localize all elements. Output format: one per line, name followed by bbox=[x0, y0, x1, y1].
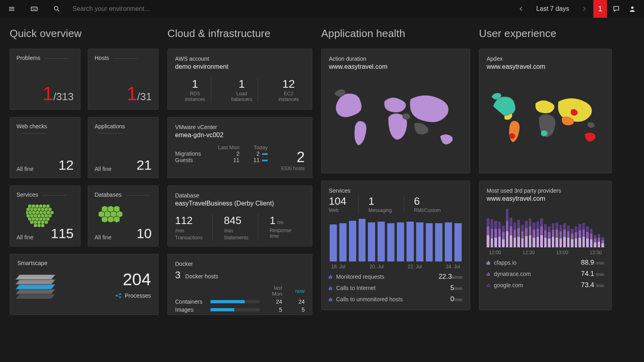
svg-point-15 bbox=[119, 293, 121, 295]
providers-bar-chart bbox=[487, 207, 604, 247]
svg-rect-19 bbox=[331, 276, 332, 279]
services-bar-chart bbox=[329, 217, 462, 261]
svg-rect-26 bbox=[487, 262, 487, 265]
svg-rect-23 bbox=[329, 299, 330, 301]
trend-bar-icon bbox=[262, 160, 268, 161]
tile-problems[interactable]: Problems 1/313 bbox=[10, 49, 80, 110]
section-title-overview: Quick overview bbox=[10, 27, 159, 40]
status-text: All fine bbox=[17, 166, 33, 172]
svg-marker-11 bbox=[102, 216, 107, 222]
tile-vmware[interactable]: VMware vCenter emea-gdn-vc002 Last MonTo… bbox=[167, 117, 312, 178]
bars-icon bbox=[329, 297, 333, 301]
svg-marker-4 bbox=[102, 206, 107, 212]
tile-label: Smartscape bbox=[17, 260, 47, 266]
tile-database[interactable]: Database easyTravelBusiness (Derby Clien… bbox=[167, 185, 312, 247]
user-icon bbox=[629, 5, 636, 12]
svg-rect-32 bbox=[487, 285, 487, 287]
tile-services[interactable]: Services All fine 115 bbox=[10, 185, 80, 247]
svg-rect-33 bbox=[488, 284, 489, 287]
bars-icon bbox=[487, 261, 491, 265]
tile-services-chart[interactable]: Services 104Web 1Messaging 6RMI/Custom 1… bbox=[321, 181, 470, 310]
column-quick-overview: Quick overview Problems 1/313 Hosts 1/31… bbox=[10, 27, 159, 322]
svg-rect-25 bbox=[331, 298, 332, 301]
dashboard-button[interactable] bbox=[27, 0, 41, 18]
svg-rect-17 bbox=[329, 276, 330, 279]
svg-rect-22 bbox=[331, 287, 332, 290]
svg-rect-21 bbox=[330, 286, 331, 290]
chat-icon bbox=[613, 5, 620, 12]
status-text: All fine bbox=[95, 166, 111, 172]
svg-marker-6 bbox=[114, 206, 120, 212]
tile-label: Services bbox=[17, 191, 74, 198]
svg-rect-20 bbox=[329, 288, 330, 290]
svg-marker-5 bbox=[108, 206, 114, 212]
svg-rect-30 bbox=[488, 272, 489, 276]
tile-hosts[interactable]: Hosts 1/31 bbox=[88, 49, 159, 110]
svg-rect-24 bbox=[330, 298, 331, 301]
tile-label: Applications bbox=[95, 123, 152, 136]
tile-label: Hosts bbox=[95, 55, 152, 61]
trend-bar-icon bbox=[262, 153, 268, 155]
svg-marker-8 bbox=[105, 211, 110, 217]
bars-icon bbox=[329, 286, 333, 290]
timerange-prev[interactable] bbox=[514, 0, 528, 18]
tile-3rd-party[interactable]: Most used 3rd party providers www.easytr… bbox=[479, 181, 612, 310]
topbar: Last 7 days 1 bbox=[0, 0, 644, 18]
tile-label: Web checks bbox=[17, 123, 74, 136]
help-button[interactable] bbox=[609, 0, 623, 18]
status-text: All fine bbox=[95, 234, 111, 241]
svg-rect-0 bbox=[31, 7, 37, 11]
bars-icon bbox=[329, 275, 333, 279]
layers-icon bbox=[17, 272, 62, 304]
honeycomb-icon bbox=[99, 206, 131, 232]
hamburger-icon bbox=[8, 5, 15, 12]
svg-rect-34 bbox=[489, 284, 490, 287]
bars-icon bbox=[487, 283, 491, 287]
tile-smartscape[interactable]: Smartscape 204 Processes bbox=[10, 254, 159, 315]
tile-databases[interactable]: Databases All fine 10 bbox=[88, 185, 159, 247]
tile-aws[interactable]: AWS account demo environment 1RDS instan… bbox=[167, 49, 312, 110]
tile-label: Databases bbox=[95, 191, 152, 198]
search-input[interactable] bbox=[72, 5, 201, 12]
column-cloud: Cloud & infrastructure AWS account demo … bbox=[167, 27, 312, 322]
section-title-cloud: Cloud & infrastructure bbox=[167, 27, 312, 40]
tile-action-duration[interactable]: Action duration www.easytravel.com bbox=[321, 49, 470, 173]
section-title-ux: User experience bbox=[479, 27, 612, 40]
svg-marker-7 bbox=[99, 211, 104, 217]
tile-label: Problems bbox=[17, 55, 74, 61]
bars-icon bbox=[487, 272, 491, 276]
svg-point-1 bbox=[54, 6, 58, 10]
svg-point-16 bbox=[119, 296, 121, 298]
status-text: All fine bbox=[17, 234, 33, 241]
world-map-apdex bbox=[487, 75, 604, 164]
search-icon bbox=[53, 5, 60, 12]
svg-rect-18 bbox=[330, 275, 331, 279]
svg-rect-28 bbox=[489, 262, 490, 265]
tile-web-checks[interactable]: Web checks All fine 12 bbox=[10, 117, 80, 178]
column-health: Application health Action duration www.e… bbox=[321, 27, 470, 322]
tile-docker[interactable]: Docker 3Docker hosts last Monnow Contain… bbox=[167, 254, 312, 315]
keyboard-icon bbox=[31, 5, 38, 12]
svg-marker-12 bbox=[108, 216, 114, 222]
svg-rect-29 bbox=[487, 274, 487, 276]
column-ux: User experience Apdex www.easytravel.com bbox=[479, 27, 612, 322]
user-menu[interactable] bbox=[625, 0, 639, 18]
section-title-health: Application health bbox=[321, 27, 470, 40]
svg-marker-9 bbox=[111, 211, 116, 217]
svg-rect-31 bbox=[489, 273, 490, 276]
world-map-purple bbox=[329, 75, 462, 164]
alert-count-badge[interactable]: 1 bbox=[593, 0, 607, 18]
processes-icon bbox=[115, 292, 122, 299]
tile-apdex[interactable]: Apdex www.easytravel.com bbox=[479, 49, 612, 173]
timerange-next[interactable] bbox=[577, 0, 591, 18]
svg-marker-10 bbox=[117, 211, 122, 217]
svg-point-2 bbox=[631, 6, 634, 9]
timerange-picker[interactable]: Last 7 days bbox=[530, 5, 575, 12]
tile-applications[interactable]: Applications All fine 21 bbox=[88, 117, 159, 178]
bar-icon bbox=[211, 308, 260, 311]
menu-button[interactable] bbox=[5, 0, 19, 18]
search-button[interactable] bbox=[50, 0, 64, 18]
svg-marker-13 bbox=[114, 216, 120, 222]
bar-icon bbox=[211, 300, 260, 303]
svg-rect-27 bbox=[488, 261, 489, 265]
